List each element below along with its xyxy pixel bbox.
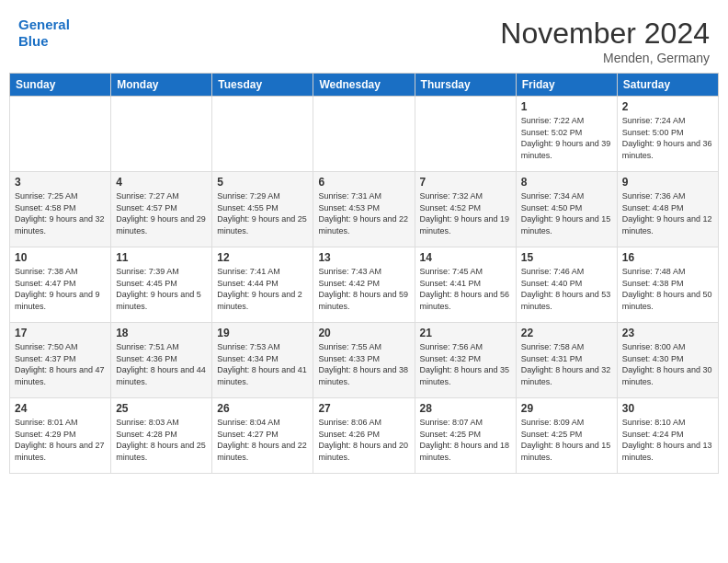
day-number: 25 — [116, 402, 207, 415]
calendar-cell: 18Sunrise: 7:51 AM Sunset: 4:36 PM Dayli… — [111, 323, 212, 398]
day-number: 16 — [622, 251, 713, 264]
col-friday: Friday — [516, 74, 617, 97]
day-info: Sunrise: 7:50 AM Sunset: 4:37 PM Dayligh… — [15, 341, 106, 387]
day-info: Sunrise: 7:39 AM Sunset: 4:45 PM Dayligh… — [116, 266, 207, 312]
calendar-week-row: 17Sunrise: 7:50 AM Sunset: 4:37 PM Dayli… — [10, 323, 719, 398]
calendar-cell: 1Sunrise: 7:22 AM Sunset: 5:02 PM Daylig… — [516, 97, 617, 172]
calendar-cell: 5Sunrise: 7:29 AM Sunset: 4:55 PM Daylig… — [212, 172, 313, 247]
day-number: 9 — [622, 176, 713, 189]
day-info: Sunrise: 8:09 AM Sunset: 4:25 PM Dayligh… — [521, 417, 612, 463]
calendar-body: 1Sunrise: 7:22 AM Sunset: 5:02 PM Daylig… — [10, 97, 719, 474]
day-number: 17 — [15, 327, 106, 339]
day-info: Sunrise: 8:04 AM Sunset: 4:27 PM Dayligh… — [217, 417, 308, 463]
day-number: 11 — [116, 251, 207, 264]
day-number: 29 — [521, 402, 612, 415]
day-number: 18 — [116, 327, 207, 339]
day-info: Sunrise: 7:45 AM Sunset: 4:41 PM Dayligh… — [420, 266, 511, 312]
day-info: Sunrise: 7:43 AM Sunset: 4:42 PM Dayligh… — [318, 266, 409, 312]
day-number: 1 — [521, 100, 612, 113]
day-number: 27 — [318, 402, 409, 415]
calendar-cell: 25Sunrise: 8:03 AM Sunset: 4:28 PM Dayli… — [111, 398, 212, 474]
day-info: Sunrise: 7:25 AM Sunset: 4:58 PM Dayligh… — [15, 190, 106, 236]
calendar-week-row: 10Sunrise: 7:38 AM Sunset: 4:47 PM Dayli… — [10, 247, 719, 323]
calendar-week-row: 3Sunrise: 7:25 AM Sunset: 4:58 PM Daylig… — [10, 172, 719, 247]
day-info: Sunrise: 8:06 AM Sunset: 4:26 PM Dayligh… — [318, 417, 409, 463]
day-number: 22 — [521, 327, 612, 339]
day-info: Sunrise: 7:27 AM Sunset: 4:57 PM Dayligh… — [116, 190, 207, 236]
day-number: 4 — [116, 176, 207, 189]
day-number: 12 — [217, 251, 308, 264]
calendar-cell: 17Sunrise: 7:50 AM Sunset: 4:37 PM Dayli… — [10, 323, 111, 398]
calendar-week-row: 24Sunrise: 8:01 AM Sunset: 4:29 PM Dayli… — [10, 398, 719, 474]
day-info: Sunrise: 8:00 AM Sunset: 4:30 PM Dayligh… — [622, 341, 713, 387]
calendar-cell: 11Sunrise: 7:39 AM Sunset: 4:45 PM Dayli… — [111, 247, 212, 323]
calendar-cell: 21Sunrise: 7:56 AM Sunset: 4:32 PM Dayli… — [415, 323, 516, 398]
calendar-cell: 6Sunrise: 7:31 AM Sunset: 4:53 PM Daylig… — [313, 172, 415, 247]
day-info: Sunrise: 7:41 AM Sunset: 4:44 PM Dayligh… — [217, 266, 308, 312]
day-info: Sunrise: 7:53 AM Sunset: 4:34 PM Dayligh… — [217, 341, 308, 387]
day-info: Sunrise: 8:03 AM Sunset: 4:28 PM Dayligh… — [116, 417, 207, 463]
calendar-cell: 12Sunrise: 7:41 AM Sunset: 4:44 PM Dayli… — [212, 247, 313, 323]
day-info: Sunrise: 7:24 AM Sunset: 5:00 PM Dayligh… — [622, 115, 713, 161]
day-number: 3 — [15, 176, 106, 189]
day-number: 20 — [318, 327, 409, 339]
day-number: 26 — [217, 402, 308, 415]
calendar-cell: 19Sunrise: 7:53 AM Sunset: 4:34 PM Dayli… — [212, 323, 313, 398]
day-info: Sunrise: 8:10 AM Sunset: 4:24 PM Dayligh… — [622, 417, 713, 463]
day-number: 23 — [622, 327, 713, 339]
calendar-cell: 24Sunrise: 8:01 AM Sunset: 4:29 PM Dayli… — [10, 398, 111, 474]
logo-text: General Blue — [18, 17, 70, 50]
calendar-cell: 9Sunrise: 7:36 AM Sunset: 4:48 PM Daylig… — [617, 172, 718, 247]
day-number: 8 — [521, 176, 612, 189]
title-block: November 2024 Menden, Germany — [500, 17, 710, 65]
calendar-cell: 14Sunrise: 7:45 AM Sunset: 4:41 PM Dayli… — [415, 247, 516, 323]
calendar-cell: 30Sunrise: 8:10 AM Sunset: 4:24 PM Dayli… — [617, 398, 718, 474]
calendar-cell: 13Sunrise: 7:43 AM Sunset: 4:42 PM Dayli… — [313, 247, 415, 323]
day-info: Sunrise: 7:46 AM Sunset: 4:40 PM Dayligh… — [521, 266, 612, 312]
day-info: Sunrise: 7:55 AM Sunset: 4:33 PM Dayligh… — [318, 341, 409, 387]
day-number: 13 — [318, 251, 409, 264]
day-info: Sunrise: 7:48 AM Sunset: 4:38 PM Dayligh… — [622, 266, 713, 312]
day-info: Sunrise: 7:56 AM Sunset: 4:32 PM Dayligh… — [420, 341, 511, 387]
day-number: 24 — [15, 402, 106, 415]
calendar-cell: 29Sunrise: 8:09 AM Sunset: 4:25 PM Dayli… — [516, 398, 617, 474]
day-number: 6 — [318, 176, 409, 189]
calendar-cell: 23Sunrise: 8:00 AM Sunset: 4:30 PM Dayli… — [617, 323, 718, 398]
day-info: Sunrise: 7:34 AM Sunset: 4:50 PM Dayligh… — [521, 190, 612, 236]
day-number: 19 — [217, 327, 308, 339]
day-info: Sunrise: 7:58 AM Sunset: 4:31 PM Dayligh… — [521, 341, 612, 387]
col-tuesday: Tuesday — [212, 74, 313, 97]
day-info: Sunrise: 7:22 AM Sunset: 5:02 PM Dayligh… — [521, 115, 612, 161]
calendar-cell: 20Sunrise: 7:55 AM Sunset: 4:33 PM Dayli… — [313, 323, 415, 398]
day-number: 21 — [420, 327, 511, 339]
calendar-cell — [415, 97, 516, 172]
calendar-cell: 16Sunrise: 7:48 AM Sunset: 4:38 PM Dayli… — [617, 247, 718, 323]
day-info: Sunrise: 7:36 AM Sunset: 4:48 PM Dayligh… — [622, 190, 713, 236]
calendar-week-row: 1Sunrise: 7:22 AM Sunset: 5:02 PM Daylig… — [10, 97, 719, 172]
calendar-cell: 10Sunrise: 7:38 AM Sunset: 4:47 PM Dayli… — [10, 247, 111, 323]
day-number: 30 — [622, 402, 713, 415]
calendar-cell: 3Sunrise: 7:25 AM Sunset: 4:58 PM Daylig… — [10, 172, 111, 247]
day-info: Sunrise: 7:31 AM Sunset: 4:53 PM Dayligh… — [318, 190, 409, 236]
days-of-week-row: Sunday Monday Tuesday Wednesday Thursday… — [10, 74, 719, 97]
day-number: 7 — [420, 176, 511, 189]
day-info: Sunrise: 7:51 AM Sunset: 4:36 PM Dayligh… — [116, 341, 207, 387]
day-number: 5 — [217, 176, 308, 189]
col-monday: Monday — [111, 74, 212, 97]
calendar-wrap: Sunday Monday Tuesday Wednesday Thursday… — [0, 73, 728, 483]
calendar-cell: 26Sunrise: 8:04 AM Sunset: 4:27 PM Dayli… — [212, 398, 313, 474]
day-number: 2 — [622, 100, 713, 113]
calendar-cell — [111, 97, 212, 172]
day-number: 28 — [420, 402, 511, 415]
calendar-cell: 15Sunrise: 7:46 AM Sunset: 4:40 PM Dayli… — [516, 247, 617, 323]
header: General Blue General Blue November 2024 … — [0, 0, 728, 73]
calendar-cell — [212, 97, 313, 172]
calendar-cell: 27Sunrise: 8:06 AM Sunset: 4:26 PM Dayli… — [313, 398, 415, 474]
logo: General Blue General Blue — [18, 17, 70, 50]
col-saturday: Saturday — [617, 74, 718, 97]
calendar-cell — [313, 97, 415, 172]
calendar-cell: 4Sunrise: 7:27 AM Sunset: 4:57 PM Daylig… — [111, 172, 212, 247]
col-sunday: Sunday — [10, 74, 111, 97]
calendar-cell: 28Sunrise: 8:07 AM Sunset: 4:25 PM Dayli… — [415, 398, 516, 474]
calendar-cell: 22Sunrise: 7:58 AM Sunset: 4:31 PM Dayli… — [516, 323, 617, 398]
